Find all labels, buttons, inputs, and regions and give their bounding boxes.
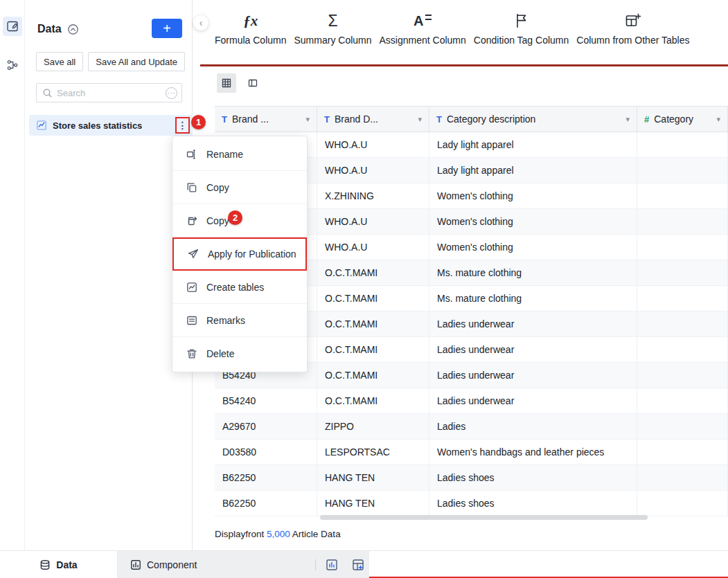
chevron-down-icon[interactable]: ▾ xyxy=(712,115,720,124)
table-cell: Ladies underwear xyxy=(429,363,637,388)
menu-item-label: Create tables xyxy=(206,282,264,293)
table-cell: O.C.T.MAMI xyxy=(317,260,429,286)
table-cell: Ladies shoes xyxy=(429,465,637,491)
table-cell xyxy=(637,465,728,491)
table-cell: Lady light apparel xyxy=(429,158,637,183)
table-cell: O.C.T.MAMI xyxy=(317,286,429,311)
table-cell xyxy=(637,337,728,363)
table-cell xyxy=(637,311,728,337)
dataset-item[interactable]: Store sales statistics ⋮ xyxy=(29,115,193,136)
chevron-down-icon[interactable]: ▾ xyxy=(621,115,630,124)
table-cell: WHO.A.U xyxy=(317,209,429,235)
tab-data[interactable]: Data xyxy=(0,551,118,578)
column-header-category[interactable]: # Category ▾ xyxy=(637,107,728,132)
menu-item-apply-for-publication[interactable]: Apply for Publication xyxy=(172,237,307,271)
table-cell: Ladies xyxy=(429,414,637,440)
menu-item-rename[interactable]: Rename xyxy=(172,138,307,171)
table-row[interactable]: B62250HANG TENLadies shoes xyxy=(215,491,728,516)
table-cell: LESPORTSAC xyxy=(317,440,429,465)
left-rail xyxy=(0,0,25,550)
menu-item-create-tables[interactable]: Create tables xyxy=(172,271,307,304)
save-all-button[interactable]: Save all xyxy=(36,52,83,71)
toolbar-label: Summary Column xyxy=(294,35,371,46)
table-grid-icon xyxy=(352,559,364,571)
table-cell: X.ZHINING xyxy=(317,183,429,209)
copy-to-icon xyxy=(186,215,197,226)
remarks-icon xyxy=(186,315,197,326)
table-cell: O.C.T.MAMI xyxy=(317,388,429,414)
table-cell: O.C.T.MAMI xyxy=(317,337,429,363)
table-row[interactable]: A29670ZIPPOLadies xyxy=(215,414,728,440)
board-view-icon xyxy=(247,78,258,89)
search-more-icon[interactable]: ··· xyxy=(166,87,177,99)
toolbar-item-condition-tag-column[interactable]: Condition Tag Column xyxy=(474,0,569,64)
dataset-more-button[interactable]: ⋮ xyxy=(175,117,190,134)
bottom-bar: Data Component xyxy=(0,550,728,578)
context-menu: Rename Copy Copy Apply for Publication C… xyxy=(172,136,308,372)
grid-view-button[interactable] xyxy=(217,73,236,93)
table-add-button[interactable] xyxy=(350,557,366,572)
menu-item-label: Remarks xyxy=(206,315,245,326)
table-cell: B54240 xyxy=(215,388,317,414)
chart-table-button[interactable] xyxy=(324,557,339,572)
menu-item-delete[interactable]: Delete xyxy=(172,337,307,370)
menu-item-copy[interactable]: Copy xyxy=(172,171,307,204)
delete-icon xyxy=(186,348,197,359)
menu-item-label: Copy xyxy=(206,182,229,193)
chevron-down-icon[interactable]: ▾ xyxy=(414,115,422,124)
table-cell xyxy=(637,260,728,286)
table-header: T Brand ... ▾ T Brand D... ▾ T Category … xyxy=(215,106,728,132)
menu-item-label: Apply for Publication xyxy=(208,249,296,260)
table-cell xyxy=(637,209,728,235)
table-plus-icon xyxy=(625,10,641,32)
annotation-badge-2: 2 xyxy=(228,210,242,225)
table-cell: Ladies underwear xyxy=(429,337,637,363)
bottom-bar-divider xyxy=(315,559,316,570)
table-cell: Lady light apparel xyxy=(429,132,637,158)
board-view-button[interactable] xyxy=(243,73,263,93)
rail-flow-button[interactable] xyxy=(3,55,22,75)
tab-component[interactable]: Component xyxy=(118,551,209,578)
column-header-brand-d[interactable]: T Brand D... ▾ xyxy=(317,107,429,132)
table-row[interactable]: D03580LESPORTSACWomen's handbags and lea… xyxy=(215,440,728,465)
number-type-icon: # xyxy=(644,114,649,125)
toolbar-label: Column from Other Tables xyxy=(576,35,689,46)
toolbar-item-assignment-column[interactable]: A Assignment Column xyxy=(380,0,466,64)
copy-icon xyxy=(186,182,197,193)
toolbar-item-formula-column[interactable]: ƒx Formula Column xyxy=(215,0,286,64)
search-box: ··· xyxy=(36,83,182,102)
dataset-label: Store sales statistics xyxy=(53,120,142,131)
rename-icon xyxy=(186,149,197,160)
rail-edit-button[interactable] xyxy=(3,17,22,36)
collapse-sidebar-button[interactable]: ‹ xyxy=(193,15,208,30)
sigma-icon: Σ xyxy=(328,10,337,32)
menu-item-label: Copy xyxy=(206,215,229,226)
table-row[interactable]: B54240O.C.T.MAMILadies underwear xyxy=(215,388,728,414)
chart-card-icon xyxy=(326,559,338,571)
table-cell xyxy=(637,388,728,414)
search-input[interactable] xyxy=(57,88,166,98)
menu-item-remarks[interactable]: Remarks xyxy=(172,304,307,337)
table-row[interactable]: B62250HANG TENLadies shoes xyxy=(215,465,728,491)
save-all-update-button[interactable]: Save All and Update xyxy=(88,52,185,71)
toolbar-label: Condition Tag Column xyxy=(474,35,569,46)
add-dataset-button[interactable]: + xyxy=(152,19,182,38)
view-toggles xyxy=(217,73,263,93)
collapse-all-icon[interactable] xyxy=(67,24,79,35)
toolbar-item-column-from-other-tables[interactable]: Column from Other Tables xyxy=(576,0,689,64)
table-cell xyxy=(637,363,728,388)
table-cell: Women's clothing xyxy=(429,183,637,209)
table-cell xyxy=(637,158,728,183)
send-icon xyxy=(188,249,199,260)
toolbar-item-summary-column[interactable]: Σ Summary Column xyxy=(294,0,371,64)
table-cell: Ms. mature clothing xyxy=(429,286,637,311)
column-header-category-description[interactable]: T Category description ▾ xyxy=(429,107,637,132)
table-cell: Women's clothing xyxy=(429,235,637,260)
chevron-down-icon[interactable]: ▾ xyxy=(301,115,310,124)
column-header-brand[interactable]: T Brand ... ▾ xyxy=(215,107,317,132)
table-cell: D03580 xyxy=(215,440,317,465)
column-toolbar: ƒx Formula Column Σ Summary Column A Ass… xyxy=(193,0,728,64)
table-cell xyxy=(637,440,728,465)
horizontal-scrollbar[interactable] xyxy=(320,515,648,520)
formula-icon: ƒx xyxy=(243,10,258,32)
